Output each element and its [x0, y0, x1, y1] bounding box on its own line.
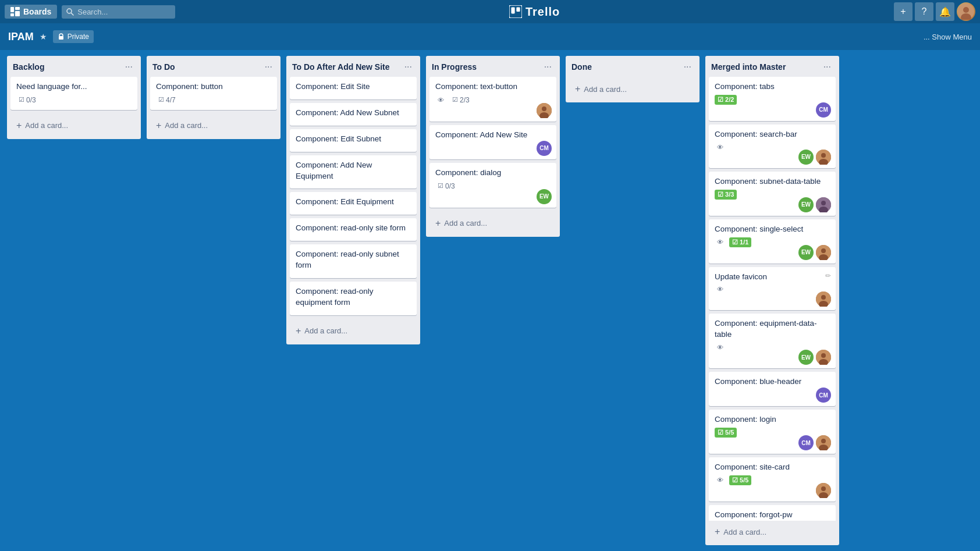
search-box	[62, 5, 175, 19]
card[interactable]: Component: read-only site form	[290, 218, 417, 241]
card[interactable]: Component: subnet-data-table☑ 3/3EW	[709, 172, 836, 216]
list-title: To Do	[152, 62, 262, 72]
card-title: Component: Edit Subnet	[296, 134, 411, 145]
list-menu-button[interactable]: ···	[821, 61, 833, 73]
member-avatar[interactable]: CM	[537, 141, 552, 156]
trello-text: Trello	[525, 5, 560, 19]
info-button[interactable]: ?	[915, 2, 933, 21]
member-avatar[interactable]: EW	[798, 350, 814, 365]
card-badges: 👁	[715, 285, 830, 294]
add-card-plus: +	[156, 120, 161, 131]
card-badges: 👁☑ 5/5	[715, 475, 830, 485]
list-menu-button[interactable]: ···	[262, 61, 275, 73]
show-menu-button[interactable]: ... Show Menu	[924, 33, 972, 41]
card[interactable]: Component: search-bar👁EW	[709, 125, 836, 168]
card[interactable]: Component: button☑4/7	[150, 77, 277, 110]
member-avatar[interactable]	[816, 150, 831, 165]
eye-icon: 👁	[438, 97, 444, 104]
checklist-icon: ☑	[718, 191, 723, 198]
card[interactable]: Component: Edit Equipment	[290, 192, 417, 215]
add-card-label: Add a card...	[165, 121, 208, 130]
add-button[interactable]: +	[894, 2, 912, 21]
svg-point-35	[821, 486, 826, 491]
add-card-button[interactable]: + Add a card...	[570, 80, 695, 98]
add-card-button[interactable]: + Add a card...	[710, 523, 835, 541]
list-footer: + Add a card...	[286, 320, 420, 344]
list-header: Backlog···	[7, 56, 141, 76]
list-cards: Component: Edit SiteComponent: Add New S…	[286, 76, 420, 320]
svg-point-20	[821, 201, 826, 205]
member-avatar[interactable]	[537, 103, 552, 118]
card-title: Component: Add New Subnet	[296, 108, 411, 119]
add-card-button[interactable]: + Add a card...	[12, 117, 136, 134]
card-title: Component: equipment-data-table	[715, 318, 830, 340]
card-members: CM	[537, 141, 552, 156]
list-footer: + Add a card...	[7, 115, 141, 139]
card[interactable]: Component: text-button👁☑2/3	[429, 77, 556, 122]
member-avatar[interactable]	[816, 350, 831, 365]
card[interactable]: Component: blue-headerCM	[709, 372, 836, 406]
card-title: Component: read-only subnet form	[296, 249, 411, 271]
card-title: Component: single-select	[715, 224, 830, 235]
svg-line-5	[72, 13, 74, 15]
card-badges: ☑0/3	[16, 95, 132, 105]
card[interactable]: Component: Edit Subnet	[290, 129, 417, 152]
member-avatar[interactable]	[816, 292, 831, 307]
card[interactable]: Component: Edit Site	[290, 77, 417, 99]
list-title: In Progress	[432, 62, 542, 72]
list-todo-after: To Do After Add New Site···Component: Ed…	[286, 56, 420, 344]
card[interactable]: Update favicon✏👁	[709, 267, 836, 311]
card[interactable]: Component: Add New SiteCM	[429, 125, 556, 159]
member-avatar[interactable]: EW	[798, 245, 814, 260]
list-footer: + Add a card...	[147, 115, 280, 139]
card[interactable]: Component: read-only equipment form	[290, 282, 417, 315]
list-title: To Do After Add New Site	[292, 62, 402, 72]
member-avatar[interactable]	[816, 245, 831, 260]
card[interactable]: Component: equipment-data-table👁EW	[709, 314, 836, 368]
card-title: Component: site-card	[715, 462, 830, 473]
card[interactable]: Component: login☑ 5/5CM	[709, 410, 836, 454]
list-menu-button[interactable]: ···	[542, 61, 554, 73]
board-privacy-button[interactable]: Private	[53, 30, 94, 43]
member-avatar[interactable]	[816, 483, 831, 498]
card[interactable]: Component: Add New Subnet	[290, 103, 417, 126]
add-card-button[interactable]: + Add a card...	[151, 117, 276, 134]
card-title: Component: read-only equipment form	[296, 286, 411, 308]
card[interactable]: Component: Add New Equipment	[290, 155, 417, 189]
card[interactable]: Component: single-select👁☑ 1/1EW	[709, 219, 836, 264]
list-menu-button[interactable]: ···	[123, 61, 135, 73]
list-cards: Component: button☑4/7	[147, 76, 280, 115]
trello-logo: Trello	[509, 5, 560, 19]
member-avatar[interactable]: EW	[798, 150, 814, 165]
card[interactable]: Component: forgot-pw☑ 4/4	[709, 505, 836, 521]
card[interactable]: Component: read-only subnet form	[290, 244, 417, 278]
member-avatar[interactable]: EW	[798, 197, 814, 212]
card[interactable]: Need language for...☑0/3	[10, 77, 137, 110]
member-avatar[interactable]	[816, 435, 831, 450]
member-avatar[interactable]: EW	[537, 189, 552, 204]
checklist-icon: ☑	[718, 96, 723, 103]
checklist-icon: ☑	[438, 182, 443, 190]
search-input[interactable]	[77, 8, 171, 16]
add-card-button[interactable]: + Add a card...	[291, 322, 416, 340]
list-cards: Component: text-button👁☑2/3Component: Ad…	[426, 76, 560, 212]
list-menu-button[interactable]: ···	[681, 61, 694, 73]
member-avatar[interactable]	[816, 197, 831, 212]
notifications-button[interactable]: 🔔	[936, 2, 954, 21]
card-title: Component: login	[715, 414, 830, 425]
list-cards: Need language for...☑0/3	[7, 76, 141, 115]
card[interactable]: Component: site-card👁☑ 5/5	[709, 457, 836, 502]
member-avatar[interactable]: CM	[816, 102, 831, 118]
boards-button[interactable]: Boards	[5, 5, 57, 19]
user-avatar[interactable]	[957, 2, 975, 21]
card[interactable]: Component: dialog☑0/3EW	[429, 163, 556, 208]
board-star-icon[interactable]: ★	[40, 32, 47, 41]
member-avatar[interactable]: CM	[816, 388, 831, 403]
list-menu-button[interactable]: ···	[402, 61, 414, 73]
member-avatar[interactable]: CM	[798, 435, 814, 450]
card-badge: ☑ 5/5	[729, 475, 751, 485]
card-badge: ☑ 3/3	[715, 190, 737, 200]
card[interactable]: Component: tabs☑ 2/2CM	[709, 77, 836, 121]
card-members	[816, 483, 831, 498]
add-card-button[interactable]: + Add a card...	[431, 215, 555, 232]
